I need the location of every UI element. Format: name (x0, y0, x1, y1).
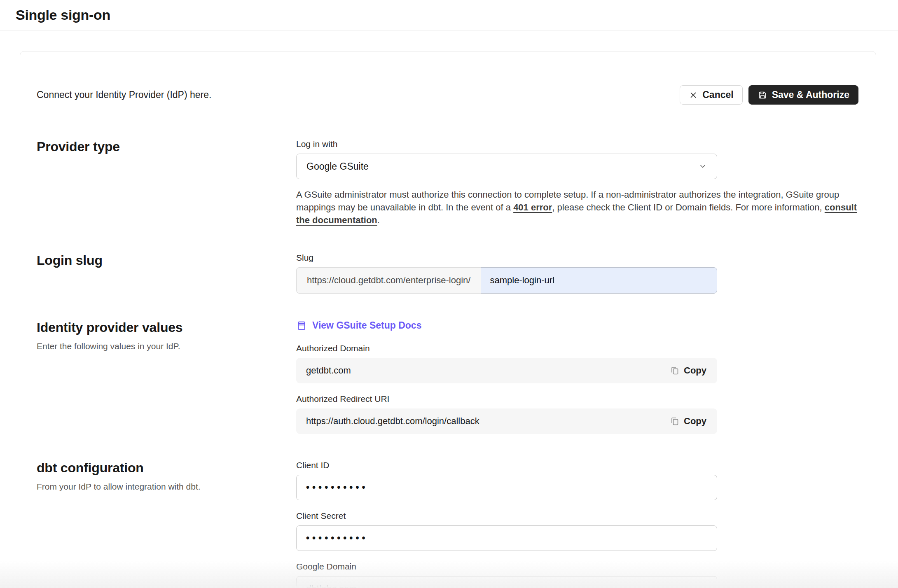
redirect-uri-value: https://auth.cloud.getdbt.com/login/call… (306, 416, 479, 427)
provider-description: A GSuite administrator must authorize th… (296, 188, 858, 226)
section-login-slug: Login slug Slug https://cloud.getdbt.com… (37, 253, 858, 294)
copy-button-label: Copy (684, 416, 706, 427)
save-authorize-button-label: Save & Authorize (772, 90, 849, 100)
book-icon (296, 320, 307, 331)
authorized-domain-group: Authorized Domain getdbt.com Copy (296, 343, 858, 383)
client-id-group: Client ID (296, 460, 858, 500)
google-domain-field[interactable] (296, 576, 717, 588)
chevron-down-icon (699, 162, 707, 170)
authorized-domain-value: getdbt.com (306, 365, 351, 376)
copy-icon (670, 366, 680, 376)
page-title: Single sign-on (16, 7, 110, 23)
sso-settings-card: Connect your Identity Provider (IdP) her… (20, 51, 876, 588)
google-domain-group: Google Domain This is the domain your or… (296, 562, 858, 588)
description-text: . (377, 215, 380, 225)
description-text: , please check the Client ID or Domain f… (552, 202, 825, 212)
main-content: Connect your Identity Provider (IdP) her… (0, 51, 898, 588)
client-secret-group: Client Secret (296, 511, 858, 551)
redirect-uri-group: Authorized Redirect URI https://auth.clo… (296, 394, 858, 434)
dbt-configuration-subtext: From your IdP to allow integration with … (37, 482, 296, 492)
cancel-button[interactable]: Cancel (680, 85, 742, 105)
cancel-button-label: Cancel (702, 90, 733, 100)
client-id-label: Client ID (296, 460, 858, 470)
docs-link-label: View GSuite Setup Docs (312, 320, 421, 331)
section-idp-values: Identity provider values Enter the follo… (37, 320, 858, 434)
client-secret-label: Client Secret (296, 511, 858, 521)
save-icon (758, 90, 767, 100)
slug-input[interactable] (481, 267, 717, 294)
card-header-row: Connect your Identity Provider (IdP) her… (37, 85, 858, 105)
intro-text: Connect your Identity Provider (IdP) her… (37, 89, 211, 100)
slug-url-prefix: https://cloud.getdbt.com/enterprise-logi… (296, 267, 481, 294)
slug-input-group: https://cloud.getdbt.com/enterprise-logi… (296, 267, 717, 294)
login-with-label: Log in with (296, 139, 858, 149)
idp-values-heading: Identity provider values (37, 320, 296, 335)
page-header: Single sign-on (0, 0, 898, 30)
slug-label: Slug (296, 253, 858, 263)
view-gsuite-setup-docs-link[interactable]: View GSuite Setup Docs (296, 320, 421, 331)
provider-select[interactable]: Google GSuite (296, 154, 717, 179)
section-dbt-configuration: dbt configuration From your IdP to allow… (37, 460, 858, 588)
provider-select-value: Google GSuite (306, 161, 369, 172)
action-buttons: Cancel Save & Authorize (680, 85, 858, 105)
copy-redirect-uri-button[interactable]: Copy (666, 413, 711, 430)
dbt-configuration-heading: dbt configuration (37, 460, 296, 476)
copy-authorized-domain-button[interactable]: Copy (666, 362, 711, 379)
client-secret-field[interactable] (296, 525, 717, 551)
copy-icon (670, 416, 680, 426)
authorized-domain-field: getdbt.com Copy (296, 358, 717, 383)
provider-type-heading: Provider type (37, 139, 296, 154)
login-slug-heading: Login slug (37, 253, 296, 268)
redirect-uri-label: Authorized Redirect URI (296, 394, 858, 404)
idp-values-subtext: Enter the following values in your IdP. (37, 341, 296, 351)
close-icon (689, 91, 698, 100)
section-provider-type: Provider type Log in with Google GSuite … (37, 139, 858, 226)
redirect-uri-field: https://auth.cloud.getdbt.com/login/call… (296, 408, 717, 434)
client-id-field[interactable] (296, 475, 717, 500)
save-authorize-button[interactable]: Save & Authorize (748, 85, 858, 105)
authorized-domain-label: Authorized Domain (296, 343, 858, 353)
link-401-error[interactable]: 401 error (513, 202, 552, 212)
copy-button-label: Copy (684, 365, 706, 376)
google-domain-label: Google Domain (296, 562, 858, 572)
